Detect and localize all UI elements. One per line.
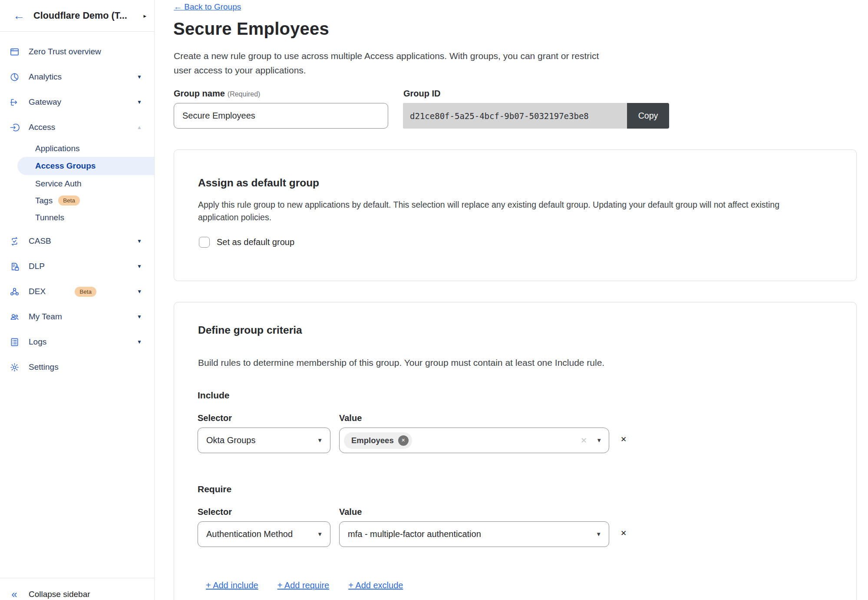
sidebar-item-label: Access — [29, 123, 137, 132]
chevron-down-icon: ▼ — [596, 437, 602, 444]
sidebar-item-my-team[interactable]: My Team ▼ — [0, 304, 154, 329]
sidebar-item-label: Settings — [29, 362, 145, 372]
group-id-label: Group ID — [403, 89, 441, 99]
sidebar-item-dex[interactable]: DEX Beta ▼ — [0, 279, 154, 304]
account-title: Cloudflare Demo (T... — [33, 10, 135, 21]
default-group-checkbox-row[interactable]: Set as default group — [199, 237, 294, 248]
sidebar-subitem-label: Access Groups — [35, 161, 96, 171]
chevron-down-icon[interactable]: ▼ — [137, 314, 145, 320]
require-value-label: Value — [339, 507, 362, 517]
default-group-card-description: Apply this rule group to new application… — [198, 199, 819, 224]
chip-remove-icon[interactable]: ✕ — [398, 435, 409, 446]
sidebar-header: ← Cloudflare Demo (T... ▸ — [0, 0, 154, 32]
group-id-value: d21ce80f-5a25-4bcf-9b07-5032197e3be8 — [403, 103, 627, 129]
chevron-down-icon[interactable]: ▼ — [137, 263, 145, 269]
criteria-card: Define group criteria Build rules to det… — [174, 302, 857, 600]
sidebar-item-logs[interactable]: Logs ▼ — [0, 329, 154, 355]
sidebar-item-label: DLP — [29, 262, 137, 271]
sidebar-item-label: CASB — [29, 236, 137, 246]
include-value-multiselect[interactable]: Employees ✕ ✕ ▼ — [339, 428, 609, 453]
include-selector-label: Selector — [198, 413, 232, 423]
sidebar-item-applications[interactable]: Applications — [0, 140, 154, 157]
sidebar-item-label: DEX — [29, 287, 69, 296]
sidebar-item-access[interactable]: Access ▲ — [0, 115, 154, 140]
main-content: ← Back to Groups Secure Employees Create… — [155, 0, 868, 600]
default-group-checkbox-label: Set as default group — [217, 237, 294, 247]
page-description: Create a new rule group to use across mu… — [174, 49, 601, 77]
chevron-down-icon[interactable]: ▼ — [137, 288, 145, 295]
sidebar-item-tunnels[interactable]: Tunnels — [0, 209, 154, 226]
require-selector-value: Authentication Method — [206, 529, 293, 539]
require-selector-dropdown[interactable]: Authentication Method ▼ — [198, 521, 330, 547]
sidebar-item-label: My Team — [29, 312, 137, 322]
dlp-document-lock-icon — [0, 262, 29, 272]
beta-badge: Beta — [58, 196, 80, 206]
required-hint: (Required) — [228, 90, 261, 98]
copy-button[interactable]: Copy — [627, 103, 669, 129]
sidebar-subitem-label: Service Auth — [35, 179, 82, 189]
sidebar-subitem-label: Tags — [35, 196, 53, 206]
sidebar-subitem-label: Applications — [35, 144, 79, 153]
overview-window-icon — [0, 47, 29, 57]
sidebar-item-gateway[interactable]: Gateway ▼ — [0, 90, 154, 115]
sidebar-item-tags[interactable]: Tags Beta — [0, 192, 154, 209]
collapse-sidebar-button[interactable]: « Collapse sidebar — [0, 578, 154, 600]
value-chip-label: Employees — [351, 436, 394, 445]
add-include-link[interactable]: + Add include — [206, 580, 258, 590]
group-name-label-text: Group name — [174, 89, 225, 98]
chevron-down-icon[interactable]: ▼ — [137, 238, 145, 244]
group-id-field: d21ce80f-5a25-4bcf-9b07-5032197e3be8 Cop… — [403, 103, 669, 129]
casb-sync-check-icon — [0, 236, 29, 246]
chevron-down-icon[interactable]: ▼ — [137, 99, 145, 105]
chevron-up-icon[interactable]: ▲ — [137, 124, 145, 130]
chevron-down-icon: ▼ — [317, 531, 323, 537]
sidebar-item-label: Gateway — [29, 97, 137, 107]
include-selector-value: Okta Groups — [206, 435, 255, 445]
sidebar-item-analytics[interactable]: Analytics ▼ — [0, 64, 154, 90]
chevron-down-icon: ▼ — [596, 531, 601, 537]
value-chip: Employees ✕ — [344, 432, 412, 449]
chevron-down-icon: ▼ — [317, 437, 323, 444]
default-group-card: Assign as default group Apply this rule … — [174, 149, 857, 281]
sidebar-item-label: Analytics — [29, 72, 137, 82]
default-group-card-title: Assign as default group — [198, 177, 319, 189]
sidebar-item-settings[interactable]: Settings — [0, 355, 154, 380]
access-login-icon — [0, 123, 29, 133]
require-selector-label: Selector — [198, 507, 232, 517]
collapse-label: Collapse sidebar — [29, 590, 90, 599]
require-value-dropdown[interactable]: mfa - multiple-factor authentication ▼ — [339, 521, 609, 547]
panel-expand-icon[interactable]: ▸ — [143, 13, 146, 19]
back-to-groups-link[interactable]: ← Back to Groups — [174, 2, 241, 12]
default-group-checkbox[interactable] — [199, 237, 210, 248]
sidebar-item-access-groups[interactable]: Access Groups — [17, 157, 154, 175]
group-name-input[interactable] — [174, 103, 388, 129]
remove-include-rule-icon[interactable]: ✕ — [620, 435, 627, 444]
group-name-label: Group name(Required) — [174, 89, 260, 99]
criteria-card-description: Build rules to determine membership of t… — [198, 358, 819, 368]
sidebar-item-zero-trust-overview[interactable]: Zero Trust overview — [0, 39, 154, 64]
beta-badge: Beta — [75, 287, 96, 297]
chevron-down-icon[interactable]: ▼ — [137, 339, 145, 345]
remove-require-rule-icon[interactable]: ✕ — [620, 529, 627, 538]
clear-values-icon[interactable]: ✕ — [581, 436, 587, 445]
sidebar-item-service-auth[interactable]: Service Auth — [0, 175, 154, 192]
gateway-icon — [0, 97, 29, 107]
add-exclude-link[interactable]: + Add exclude — [348, 580, 403, 590]
collapse-icon: « — [0, 589, 29, 600]
sidebar-nav: Zero Trust overview Analytics ▼ Gateway … — [0, 39, 154, 380]
team-people-icon — [0, 312, 29, 322]
sidebar: ← Cloudflare Demo (T... ▸ Zero Trust ove… — [0, 0, 155, 600]
sidebar-item-dlp[interactable]: DLP ▼ — [0, 254, 154, 279]
dex-network-icon — [0, 287, 29, 297]
sidebar-item-label: Zero Trust overview — [29, 47, 145, 56]
rule-actions: + Add include + Add require + Add exclud… — [206, 580, 403, 590]
back-arrow-icon[interactable]: ← — [13, 10, 25, 22]
chevron-down-icon[interactable]: ▼ — [137, 74, 145, 80]
include-heading: Include — [198, 390, 230, 401]
include-selector-dropdown[interactable]: Okta Groups ▼ — [198, 428, 330, 453]
sidebar-subitem-label: Tunnels — [35, 213, 64, 222]
logs-list-icon — [0, 337, 29, 347]
sidebar-item-casb[interactable]: CASB ▼ — [0, 229, 154, 254]
require-value-text: mfa - multiple-factor authentication — [348, 529, 481, 539]
add-require-link[interactable]: + Add require — [277, 580, 330, 590]
